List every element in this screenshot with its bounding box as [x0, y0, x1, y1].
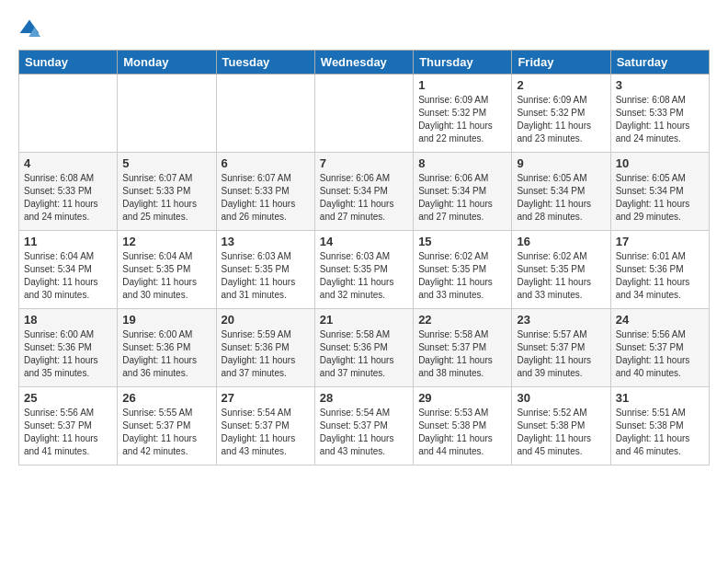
day-info: Sunrise: 6:02 AM Sunset: 5:35 PM Dayligh…: [517, 250, 605, 302]
calendar-week-row: 11Sunrise: 6:04 AM Sunset: 5:34 PM Dayli…: [19, 231, 710, 309]
calendar-cell: 24Sunrise: 5:56 AM Sunset: 5:37 PM Dayli…: [610, 309, 709, 387]
day-info: Sunrise: 6:03 AM Sunset: 5:35 PM Dayligh…: [320, 250, 408, 302]
day-number: 6: [222, 156, 310, 170]
day-info: Sunrise: 6:06 AM Sunset: 5:34 PM Dayligh…: [418, 172, 506, 224]
day-number: 30: [517, 391, 605, 405]
calendar-cell: 20Sunrise: 5:59 AM Sunset: 5:36 PM Dayli…: [216, 309, 314, 387]
weekday-header: Thursday: [414, 51, 512, 75]
day-info: Sunrise: 5:57 AM Sunset: 5:37 PM Dayligh…: [517, 328, 605, 380]
day-number: 19: [122, 313, 210, 327]
day-info: Sunrise: 5:54 AM Sunset: 5:37 PM Dayligh…: [320, 407, 408, 458]
calendar-cell: 7Sunrise: 6:06 AM Sunset: 5:34 PM Daylig…: [314, 153, 413, 231]
calendar-week-row: 25Sunrise: 5:56 AM Sunset: 5:37 PM Dayli…: [19, 387, 710, 465]
day-info: Sunrise: 6:09 AM Sunset: 5:32 PM Dayligh…: [418, 94, 506, 145]
day-info: Sunrise: 5:53 AM Sunset: 5:38 PM Dayligh…: [418, 407, 506, 458]
calendar-cell: 16Sunrise: 6:02 AM Sunset: 5:35 PM Dayli…: [512, 231, 610, 309]
day-info: Sunrise: 5:56 AM Sunset: 5:37 PM Dayligh…: [24, 407, 112, 458]
logo: [18, 18, 44, 40]
day-number: 20: [222, 313, 310, 327]
weekday-header: Saturday: [610, 51, 709, 75]
day-number: 22: [418, 313, 506, 327]
day-info: Sunrise: 5:58 AM Sunset: 5:37 PM Dayligh…: [418, 328, 506, 380]
day-info: Sunrise: 6:08 AM Sunset: 5:33 PM Dayligh…: [616, 94, 704, 145]
day-number: 25: [24, 391, 112, 405]
calendar-cell: 28Sunrise: 5:54 AM Sunset: 5:37 PM Dayli…: [314, 387, 413, 465]
day-info: Sunrise: 5:55 AM Sunset: 5:37 PM Dayligh…: [122, 407, 210, 458]
day-info: Sunrise: 6:05 AM Sunset: 5:34 PM Dayligh…: [517, 172, 605, 224]
day-number: 4: [24, 156, 112, 170]
day-number: 12: [122, 235, 210, 248]
calendar-cell: 31Sunrise: 5:51 AM Sunset: 5:38 PM Dayli…: [610, 387, 709, 465]
calendar-cell: 10Sunrise: 6:05 AM Sunset: 5:34 PM Dayli…: [610, 153, 709, 231]
day-info: Sunrise: 6:02 AM Sunset: 5:35 PM Dayligh…: [418, 250, 506, 302]
calendar-cell: [216, 75, 314, 153]
day-number: 18: [24, 313, 112, 327]
logo-icon: [18, 18, 40, 40]
day-number: 1: [418, 78, 506, 92]
day-number: 7: [320, 156, 408, 170]
calendar-cell: 9Sunrise: 6:05 AM Sunset: 5:34 PM Daylig…: [512, 153, 610, 231]
calendar-cell: 21Sunrise: 5:58 AM Sunset: 5:36 PM Dayli…: [314, 309, 413, 387]
day-info: Sunrise: 5:54 AM Sunset: 5:37 PM Dayligh…: [222, 407, 310, 458]
calendar-cell: 6Sunrise: 6:07 AM Sunset: 5:33 PM Daylig…: [216, 153, 314, 231]
day-number: 21: [320, 313, 408, 327]
weekday-header: Sunday: [19, 51, 118, 75]
calendar-cell: 17Sunrise: 6:01 AM Sunset: 5:36 PM Dayli…: [610, 231, 709, 309]
day-number: 23: [517, 313, 605, 327]
calendar-cell: 23Sunrise: 5:57 AM Sunset: 5:37 PM Dayli…: [512, 309, 610, 387]
calendar-cell: 30Sunrise: 5:52 AM Sunset: 5:38 PM Dayli…: [512, 387, 610, 465]
calendar-week-row: 4Sunrise: 6:08 AM Sunset: 5:33 PM Daylig…: [19, 153, 710, 231]
calendar-cell: 11Sunrise: 6:04 AM Sunset: 5:34 PM Dayli…: [19, 231, 118, 309]
day-info: Sunrise: 6:04 AM Sunset: 5:35 PM Dayligh…: [122, 250, 210, 302]
calendar-cell: [19, 75, 118, 153]
day-info: Sunrise: 6:05 AM Sunset: 5:34 PM Dayligh…: [616, 172, 704, 224]
day-info: Sunrise: 6:09 AM Sunset: 5:32 PM Dayligh…: [517, 94, 605, 145]
day-info: Sunrise: 6:06 AM Sunset: 5:34 PM Dayligh…: [320, 172, 408, 224]
day-number: 17: [616, 235, 704, 248]
day-number: 24: [616, 313, 704, 327]
calendar-cell: 25Sunrise: 5:56 AM Sunset: 5:37 PM Dayli…: [19, 387, 118, 465]
day-info: Sunrise: 5:59 AM Sunset: 5:36 PM Dayligh…: [222, 328, 310, 380]
day-number: 2: [517, 78, 605, 92]
page-header: [18, 18, 710, 40]
calendar-cell: 4Sunrise: 6:08 AM Sunset: 5:33 PM Daylig…: [19, 153, 118, 231]
day-info: Sunrise: 6:00 AM Sunset: 5:36 PM Dayligh…: [122, 328, 210, 380]
calendar-cell: 18Sunrise: 6:00 AM Sunset: 5:36 PM Dayli…: [19, 309, 118, 387]
day-info: Sunrise: 5:56 AM Sunset: 5:37 PM Dayligh…: [616, 328, 704, 380]
calendar-header: SundayMondayTuesdayWednesdayThursdayFrid…: [19, 51, 710, 75]
calendar-cell: 1Sunrise: 6:09 AM Sunset: 5:32 PM Daylig…: [414, 75, 512, 153]
calendar-cell: 26Sunrise: 5:55 AM Sunset: 5:37 PM Dayli…: [118, 387, 216, 465]
calendar-cell: 14Sunrise: 6:03 AM Sunset: 5:35 PM Dayli…: [314, 231, 413, 309]
day-number: 14: [320, 235, 408, 248]
calendar-table: SundayMondayTuesdayWednesdayThursdayFrid…: [18, 50, 710, 465]
day-number: 13: [222, 235, 310, 248]
weekday-header: Tuesday: [216, 51, 314, 75]
weekday-header: Monday: [118, 51, 216, 75]
calendar-cell: 8Sunrise: 6:06 AM Sunset: 5:34 PM Daylig…: [414, 153, 512, 231]
calendar-cell: 5Sunrise: 6:07 AM Sunset: 5:33 PM Daylig…: [118, 153, 216, 231]
day-number: 16: [517, 235, 605, 248]
calendar-cell: 27Sunrise: 5:54 AM Sunset: 5:37 PM Dayli…: [216, 387, 314, 465]
day-info: Sunrise: 5:52 AM Sunset: 5:38 PM Dayligh…: [517, 407, 605, 458]
calendar-cell: 29Sunrise: 5:53 AM Sunset: 5:38 PM Dayli…: [414, 387, 512, 465]
day-info: Sunrise: 5:58 AM Sunset: 5:36 PM Dayligh…: [320, 328, 408, 380]
day-number: 31: [616, 391, 704, 405]
day-number: 8: [418, 156, 506, 170]
day-info: Sunrise: 6:07 AM Sunset: 5:33 PM Dayligh…: [222, 172, 310, 224]
day-number: 5: [122, 156, 210, 170]
day-number: 11: [24, 235, 112, 248]
calendar-body: 1Sunrise: 6:09 AM Sunset: 5:32 PM Daylig…: [19, 75, 710, 465]
day-number: 3: [616, 78, 704, 92]
calendar-cell: 22Sunrise: 5:58 AM Sunset: 5:37 PM Dayli…: [414, 309, 512, 387]
day-number: 28: [320, 391, 408, 405]
calendar-cell: 19Sunrise: 6:00 AM Sunset: 5:36 PM Dayli…: [118, 309, 216, 387]
weekday-header: Friday: [512, 51, 610, 75]
day-number: 29: [418, 391, 506, 405]
calendar-week-row: 18Sunrise: 6:00 AM Sunset: 5:36 PM Dayli…: [19, 309, 710, 387]
day-number: 9: [517, 156, 605, 170]
calendar-cell: 12Sunrise: 6:04 AM Sunset: 5:35 PM Dayli…: [118, 231, 216, 309]
day-number: 15: [418, 235, 506, 248]
day-info: Sunrise: 5:51 AM Sunset: 5:38 PM Dayligh…: [616, 407, 704, 458]
day-number: 10: [616, 156, 704, 170]
calendar-cell: [314, 75, 413, 153]
